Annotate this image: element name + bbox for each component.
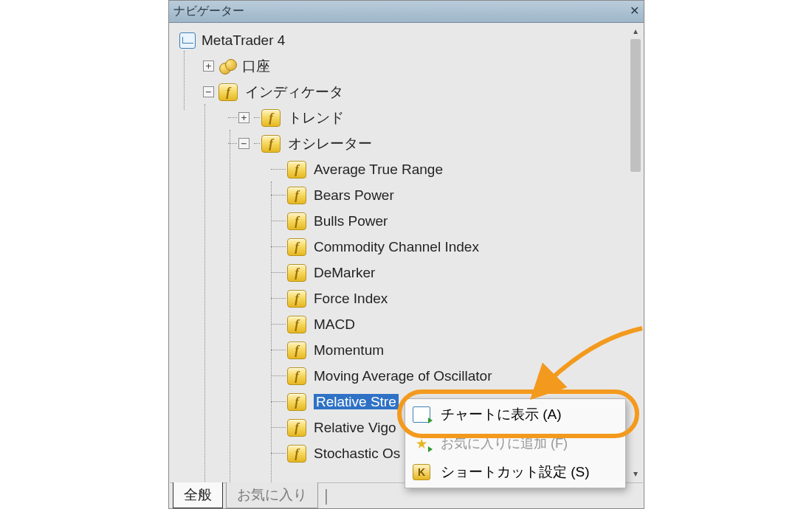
indicator-icon — [287, 445, 306, 463]
tree-item-oscillator[interactable]: Average True Range — [175, 156, 644, 182]
tree-root-label: MetaTrader 4 — [202, 32, 285, 49]
indicator-icon — [287, 316, 306, 333]
indicator-folder-icon — [261, 135, 281, 153]
tree-item-label: Bulls Power — [314, 213, 388, 229]
collapse-icon[interactable]: − — [203, 86, 214, 97]
tree-item-oscillator[interactable]: DeMarker — [175, 260, 644, 285]
collapse-icon[interactable]: − — [238, 138, 250, 149]
panel-titlebar: ナビゲーター ✕ — [169, 1, 644, 23]
tree-item-label: DeMarker — [314, 265, 375, 281]
tree-item-oscillator[interactable]: Commodity Channel Index — [175, 234, 644, 260]
expand-icon[interactable]: + — [203, 60, 214, 72]
tree-item-label: Relative Vigo — [314, 420, 396, 436]
accounts-icon — [219, 58, 236, 75]
tree-item-label: Force Index — [314, 291, 388, 307]
indicator-icon — [287, 238, 306, 256]
indicator-icon — [287, 419, 306, 437]
indicator-icon — [287, 187, 306, 204]
tree-item-oscillator[interactable]: Bulls Power — [175, 208, 644, 234]
vertical-scrollbar[interactable]: ▴ ▾ — [629, 24, 642, 480]
indicator-folder-icon — [219, 83, 238, 101]
indicator-icon — [287, 393, 306, 411]
indicator-icon — [287, 212, 306, 230]
tree-item-label: Bears Power — [314, 187, 394, 204]
indicator-icon — [287, 161, 306, 179]
tab-favorites[interactable]: お気に入り — [226, 482, 318, 508]
tree-item-label: Commodity Channel Index — [314, 239, 479, 255]
tree-item-label: Average True Range — [314, 162, 443, 178]
tree-item-label: Momentum — [314, 342, 384, 359]
close-icon[interactable]: ✕ — [630, 4, 639, 18]
tree-label: トレンド — [288, 108, 344, 128]
tab-general[interactable]: 全般 — [173, 482, 223, 508]
tree-label: オシレーター — [288, 134, 372, 153]
tree-node-accounts[interactable]: + 口座 — [175, 53, 644, 79]
tree-node-trend[interactable]: + トレンド — [175, 105, 644, 131]
tree-item-oscillator[interactable]: Momentum — [175, 337, 644, 363]
ctx-label: チャートに表示 (A) — [441, 405, 562, 424]
tree-item-label: Moving Average of Oscillator — [314, 368, 492, 384]
ctx-show-on-chart[interactable]: チャートに表示 (A) — [405, 399, 625, 430]
tab-separator: | — [324, 486, 328, 505]
ctx-label: ショートカット設定 (S) — [441, 463, 590, 482]
tree-label: インディケータ — [245, 83, 343, 102]
tree-item-label: Relative Stre — [314, 394, 399, 410]
tree-item-label: Stochastic Os — [314, 446, 400, 462]
indicator-icon — [287, 367, 306, 385]
tree-item-oscillator[interactable]: MACD — [175, 311, 644, 337]
tree-label: 口座 — [242, 57, 270, 76]
tree-root[interactable]: MetaTrader 4 — [175, 27, 644, 53]
mt4-icon — [179, 32, 196, 49]
scroll-up-icon[interactable]: ▴ — [629, 24, 642, 38]
chart-icon — [413, 406, 430, 423]
indicator-icon — [287, 290, 306, 308]
tree-node-indicators[interactable]: − インディケータ — [175, 79, 644, 105]
tree-node-oscillators[interactable]: − オシレーター — [175, 131, 644, 156]
ctx-shortcut[interactable]: ショートカット設定 (S) — [405, 457, 625, 488]
indicator-folder-icon — [261, 109, 281, 127]
ctx-label: お気に入りに追加 (F) — [441, 434, 568, 452]
tree-item-oscillator[interactable]: Moving Average of Oscillator — [175, 363, 644, 389]
indicator-icon — [287, 342, 306, 359]
indicator-icon — [287, 264, 306, 282]
expand-icon[interactable]: + — [238, 112, 250, 123]
panel-title-text: ナビゲーター — [173, 4, 244, 19]
ctx-add-favorite[interactable]: お気に入りに追加 (F) — [405, 430, 625, 457]
scroll-down-icon[interactable]: ▾ — [629, 467, 642, 480]
tree-item-oscillator[interactable]: Bears Power — [175, 182, 644, 208]
scroll-thumb[interactable] — [630, 39, 641, 172]
keyboard-icon — [413, 464, 430, 480]
favorite-icon — [413, 435, 430, 451]
tree-item-oscillator[interactable]: Force Index — [175, 285, 644, 311]
tree-item-label: MACD — [314, 316, 355, 333]
context-menu: チャートに表示 (A) お気に入りに追加 (F) ショートカット設定 (S) — [405, 398, 626, 488]
